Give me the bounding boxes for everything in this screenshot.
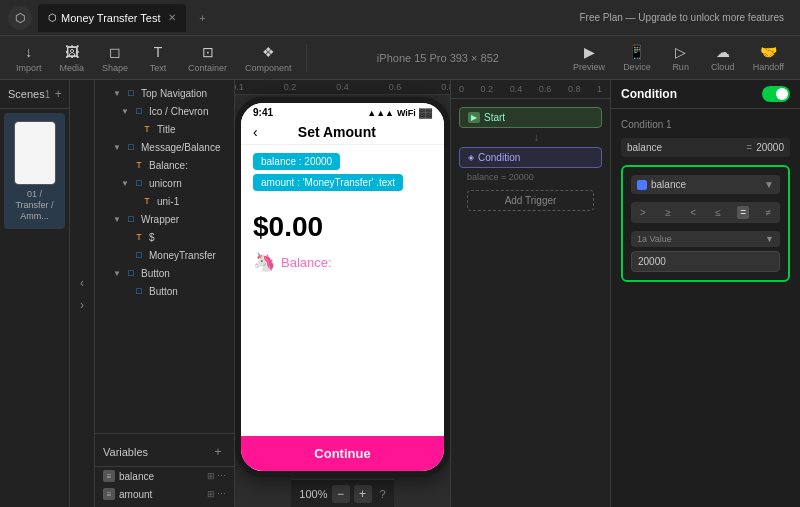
condition-operators: > ≥ < ≤ = ≠: [631, 202, 780, 223]
phone-back-button[interactable]: ‹: [253, 124, 258, 140]
layer-container-icon: □: [125, 87, 137, 99]
layer-button[interactable]: □ Button: [97, 282, 232, 300]
condition-icon: ◈: [468, 153, 474, 162]
text-label: Text: [150, 63, 167, 73]
component-tool[interactable]: ❖ Component: [237, 39, 300, 77]
scene-item[interactable]: 01 / Transfer / Amm...: [4, 113, 65, 229]
condition-variable-row[interactable]: balance ▼: [631, 175, 780, 194]
tab-close-icon[interactable]: ✕: [168, 12, 176, 23]
import-tool[interactable]: ↓ Import: [8, 39, 50, 77]
condition-toggle[interactable]: [762, 86, 790, 102]
condition-op-gte[interactable]: ≥: [662, 206, 674, 219]
condition-var-dropdown-icon[interactable]: ▼: [764, 179, 774, 190]
variable-icon: ≡: [103, 488, 115, 500]
run-button[interactable]: ▷ Run: [661, 40, 701, 76]
flow-condition-label: Condition: [478, 152, 520, 163]
var-edit-icon[interactable]: ⊞: [207, 489, 215, 499]
shape-label: Shape: [102, 63, 128, 73]
var-more-icon[interactable]: ⋯: [217, 489, 226, 499]
amount-badge: amount : 'MoneyTransfer' .text: [253, 174, 403, 191]
var-edit-icon[interactable]: ⊞: [207, 471, 215, 481]
canvas-inner[interactable]: 9:41 ▲▲▲ WiFi ▓▓ ‹ Set Amount balance : …: [235, 95, 450, 479]
condition-eq-sign: =: [746, 142, 752, 153]
layer-uni-1[interactable]: T uni-1: [97, 192, 232, 210]
flow-condition-node[interactable]: ◈ Condition: [459, 147, 602, 168]
phone-header: ‹ Set Amount: [241, 120, 444, 145]
condition-op-neq[interactable]: ≠: [762, 206, 774, 219]
add-scene-button[interactable]: +: [50, 86, 66, 102]
condition-op-gt[interactable]: >: [637, 206, 649, 219]
cloud-button[interactable]: ☁ Cloud: [703, 40, 743, 76]
container-tool[interactable]: ⊡ Container: [180, 39, 235, 77]
import-icon: ↓: [20, 43, 38, 61]
condition-input-field[interactable]: 20000: [631, 251, 780, 272]
media-tool[interactable]: 🖼 Media: [52, 39, 93, 77]
free-plan-label: Free Plan — Upgrade to unlock more featu…: [571, 10, 792, 25]
handoff-button[interactable]: 🤝 Handoff: [745, 40, 792, 76]
add-trigger-button[interactable]: Add Trigger: [467, 190, 594, 211]
scenes-panel: Scenes 1 + ‹ 01 / Transfer / Amm...: [0, 80, 70, 507]
layer-toggle-icon: ▼: [121, 107, 129, 115]
zoom-bar: 100% − + ?: [291, 479, 393, 507]
variables-section: Variables + ≡ balance ⊞ ⋯ ≡ amount ⊞ ⋯: [95, 433, 234, 507]
shape-tool[interactable]: ◻ Shape: [94, 39, 136, 77]
variable-icon: ≡: [103, 470, 115, 482]
flow-start-label: Start: [484, 112, 505, 123]
condition-op-lte[interactable]: ≤: [712, 206, 724, 219]
canvas-area[interactable]: 00.10.20.40.60.81 9:41 ▲▲▲ WiFi ▓▓ ‹ Set…: [235, 80, 450, 507]
variable-balance[interactable]: ≡ balance ⊞ ⋯: [95, 467, 234, 485]
nav-forward-arrow[interactable]: ›: [72, 295, 92, 315]
condition-input-label: 1a Value: [637, 234, 672, 244]
active-tab[interactable]: ⬡ Money Transfer Test ✕: [38, 4, 186, 32]
var-actions: ⊞ ⋯: [207, 471, 226, 481]
container-label: Container: [188, 63, 227, 73]
var-more-icon[interactable]: ⋯: [217, 471, 226, 481]
layer-toggle-icon: ▼: [113, 89, 121, 97]
layer-name: Title: [157, 124, 224, 135]
scene-thumb-content: [15, 122, 55, 184]
layer-name: Balance:: [149, 160, 224, 171]
layer-text-icon: T: [141, 195, 153, 207]
layer-toggle-icon: [121, 161, 129, 169]
layer-message-balance[interactable]: ▼ □ Message/Balance: [97, 138, 232, 156]
layer-toggle-icon: [121, 287, 129, 295]
device-button[interactable]: 📱 Device: [615, 40, 659, 76]
variable-amount[interactable]: ≡ amount ⊞ ⋯: [95, 485, 234, 503]
flow-start-node[interactable]: ▶ Start: [459, 107, 602, 128]
layer-toggle-icon: [129, 197, 137, 205]
layer-balance[interactable]: T Balance:: [97, 156, 232, 174]
condition-op-lt[interactable]: <: [687, 206, 699, 219]
media-icon: 🖼: [63, 43, 81, 61]
text-tool[interactable]: T Text: [138, 39, 178, 77]
zoom-in-button[interactable]: +: [354, 485, 372, 503]
condition-body: Condition 1 balance = 20000 balance ▼ > …: [611, 109, 800, 292]
tab-bar: ⬡ ⬡ Money Transfer Test ✕ + Free Plan — …: [0, 0, 800, 36]
layer-top-navigation[interactable]: ▼ □ Top Navigation: [97, 84, 232, 102]
new-tab-button[interactable]: +: [192, 8, 212, 28]
device-btn-label: Device: [623, 62, 651, 72]
condition-edit-box: balance ▼ > ≥ < ≤ = ≠ 1a Value ▼: [621, 165, 790, 282]
add-variable-button[interactable]: +: [210, 444, 226, 460]
help-icon[interactable]: ?: [380, 488, 386, 500]
condition-input-dropdown-icon[interactable]: ▼: [765, 234, 774, 244]
layer-ico-chevron[interactable]: ▼ □ Ico / Chevron: [97, 102, 232, 120]
variables-header: Variables +: [95, 438, 234, 467]
layer-unicorn[interactable]: ▼ □ unicorn: [97, 174, 232, 192]
condition-op-eq[interactable]: =: [737, 206, 749, 219]
layer-name: unicorn: [149, 178, 224, 189]
layer-container-icon: □: [133, 285, 145, 297]
preview-button[interactable]: ▶ Preview: [565, 40, 613, 76]
phone-continue-button[interactable]: Continue: [241, 436, 444, 471]
layer-wrapper[interactable]: ▼ □ Wrapper: [97, 210, 232, 228]
condition-var-checkbox[interactable]: [637, 180, 647, 190]
layer-name: Message/Balance: [141, 142, 224, 153]
nav-back-arrow[interactable]: ‹: [72, 273, 92, 293]
import-label: Import: [16, 63, 42, 73]
layer-money-transfer[interactable]: □ MoneyTransfer: [97, 246, 232, 264]
layer-title[interactable]: T Title: [97, 120, 232, 138]
run-label: Run: [672, 62, 689, 72]
device-selector[interactable]: iPhone 15 Pro 393 × 852: [313, 52, 563, 64]
layer-button-group[interactable]: ▼ □ Button: [97, 264, 232, 282]
zoom-out-button[interactable]: −: [332, 485, 350, 503]
layer-dollar[interactable]: T $: [97, 228, 232, 246]
